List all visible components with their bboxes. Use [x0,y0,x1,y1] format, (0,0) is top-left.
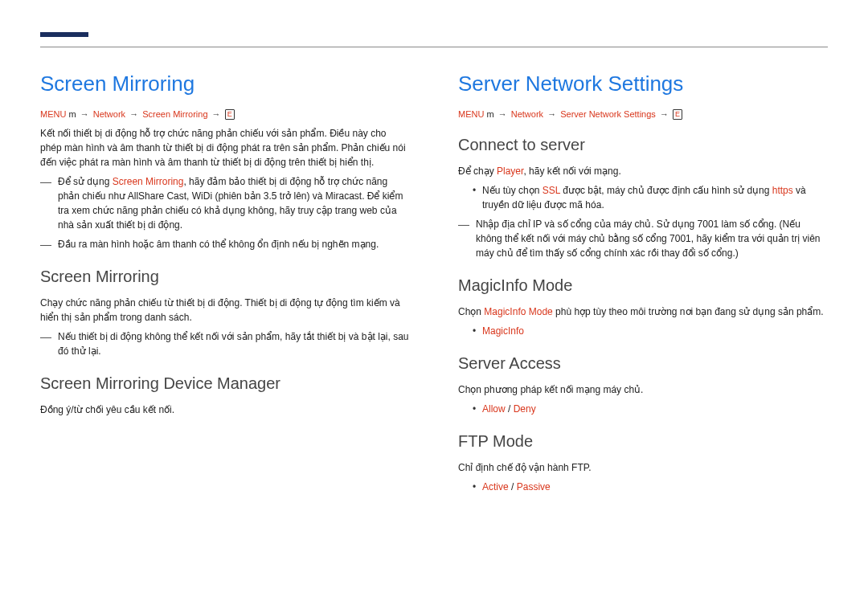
note-text: Nhập địa chỉ IP và số cổng của máy chủ. … [476,217,828,260]
bc-screen-mirroring: Screen Mirroring [142,109,207,119]
ftp-bullets: Active / Passive [473,480,828,494]
bc-menu: MENU [40,109,66,119]
intro-text: Kết nối thiết bị di động hỗ trợ chức năn… [40,126,410,170]
sa-desc: Chọn phương pháp kết nối mạng máy chủ. [458,382,828,397]
subheading-device-manager: Screen Mirroring Device Manager [40,374,410,393]
mim-desc: Chọn MagicInfo Mode phù hợp tùy theo môi… [458,304,828,319]
ftp-desc: Chỉ định chế độ vận hành FTP. [458,460,828,475]
content-columns: Screen Mirroring MENU m → Network → Scre… [40,72,828,499]
subheading-server-access: Server Access [458,354,828,373]
subheading-screen-mirroring: Screen Mirroring [40,268,410,286]
dash-icon: ― [40,238,51,251]
list-item: Allow / Deny [473,402,828,416]
list-item: Nếu tùy chọn SSL được bật, máy chủ được … [473,183,828,212]
brand-bar [40,32,88,37]
note-item: ― Để sử dụng Screen Mirroring, hãy đảm b… [40,174,410,232]
bc-menu: MENU [458,109,484,119]
bc-arrow: → [547,109,556,119]
dash-icon: ― [40,330,51,344]
bc-arrow: → [660,109,669,119]
device-manager-desc: Đồng ý/từ chối yêu cầu kết nối. [40,403,410,417]
bc-menu-btn: m [486,109,493,119]
subheading-connect-to-server: Connect to server [458,136,828,154]
section-heading-server-network: Server Network Settings [458,72,828,96]
dash-icon: ― [458,218,469,231]
screen-mirroring-desc: Chạy chức năng phản chiếu từ thiết bị di… [40,296,410,325]
breadcrumb-right: MENU m → Network → Server Network Settin… [458,109,828,120]
dash-icon: ― [40,175,51,189]
note-item: ― Nhập địa chỉ IP và số cổng của máy chủ… [458,217,828,260]
breadcrumb-left: MENU m → Network → Screen Mirroring → E [40,109,410,120]
mim-bullets: MagicInfo [473,324,828,338]
bc-arrow: → [212,109,221,119]
note-text: Nếu thiết bị di động không thể kết nối v… [58,329,410,358]
note-text: Để sử dụng Screen Mirroring, hãy đảm bảo… [58,174,410,232]
bc-network: Network [93,109,125,119]
bc-arrow: → [129,109,138,119]
enter-icon: E [225,109,235,120]
cts-bullets: Nếu tùy chọn SSL được bật, máy chủ được … [473,183,828,212]
bc-arrow: → [498,109,507,119]
enter-icon: E [673,109,682,120]
list-item: MagicInfo [473,324,828,338]
bc-network: Network [511,109,543,119]
subheading-magicinfo-mode: MagicInfo Mode [458,276,828,295]
right-column: Server Network Settings MENU m → Network… [458,72,828,499]
cts-desc: Để chạy Player, hãy kết nối với mạng. [458,164,828,178]
subheading-ftp-mode: FTP Mode [458,432,828,451]
left-column: Screen Mirroring MENU m → Network → Scre… [40,72,410,499]
note-item: ― Nếu thiết bị di động không thể kết nối… [40,329,410,358]
bc-server-network-settings: Server Network Settings [560,109,656,119]
bc-arrow: → [80,109,89,119]
note-text: Đầu ra màn hình hoặc âm thanh có thể khô… [58,237,379,251]
sa-bullets: Allow / Deny [473,402,828,416]
bc-menu-btn: m [68,109,76,119]
horizontal-rule [40,47,828,47]
note-item: ― Đầu ra màn hình hoặc âm thanh có thể k… [40,237,410,251]
section-heading-screen-mirroring: Screen Mirroring [40,72,410,96]
list-item: Active / Passive [473,480,828,494]
